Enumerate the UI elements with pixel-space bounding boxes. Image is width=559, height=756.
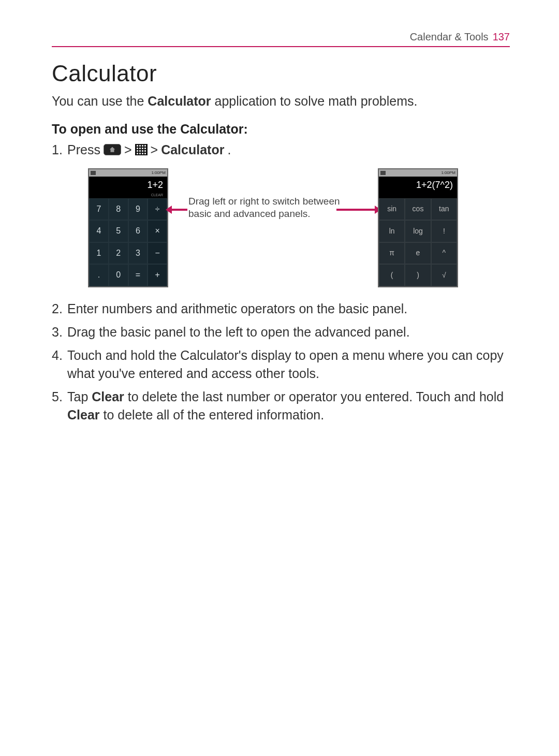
arrow-right-icon (336, 209, 376, 211)
figure: 1:00PM 1+2 CLEAR 7 8 9 ÷ 4 5 6 × (88, 168, 510, 288)
key-e: e (405, 242, 431, 265)
s5p2: to delete the last number or operator yo… (124, 389, 504, 404)
advanced-keypad: sin cos tan ln log ! π e ^ ( ) √ (379, 198, 457, 286)
key-8: 8 (109, 198, 128, 221)
key-4: 4 (89, 220, 109, 242)
calc-display: 1+2(7^2) (379, 177, 457, 198)
key-log: log (405, 220, 431, 242)
key-pi: π (379, 242, 405, 265)
apps-key-icon (135, 144, 148, 155)
key-2: 2 (109, 242, 128, 265)
status-bar: 1:00PM (379, 169, 457, 177)
arrow-left-icon (171, 209, 187, 211)
calc-display-value: 1+2 (147, 180, 163, 190)
key-sqrt: √ (431, 264, 457, 286)
key-7: 7 (89, 198, 109, 221)
key-dot: . (89, 264, 109, 286)
step1-calc: Calculator (161, 141, 224, 159)
key-eq: = (128, 264, 148, 286)
key-6: 6 (128, 220, 148, 242)
key-sin: sin (379, 198, 405, 221)
key-cos: cos (405, 198, 431, 221)
key-0: 0 (109, 264, 128, 286)
step-4: Touch and hold the Calculator's display … (52, 346, 510, 383)
key-ln: ln (379, 220, 405, 242)
key-sub: − (148, 242, 167, 265)
section-name: Calendar & Tools (410, 31, 489, 43)
status-time: 1:00PM (441, 170, 455, 176)
calc-display: 1+2 CLEAR (89, 177, 167, 198)
intro-text: You can use the Calculator application t… (52, 93, 510, 110)
s5b1: Clear (92, 389, 124, 404)
step1-press: Press (67, 141, 100, 159)
advanced-calculator-screenshot: 1:00PM 1+2(7^2) sin cos tan ln log ! π e (378, 168, 458, 287)
key-pow: ^ (431, 242, 457, 265)
intro-bold: Calculator (148, 94, 211, 108)
annotation-text: Drag left or right to switch between bas… (188, 195, 359, 220)
step-1: Press > > Calculator. 1:00PM (52, 141, 510, 288)
key-mul: × (148, 220, 167, 242)
step-5: Tap Clear to delete the last number or o… (52, 388, 510, 424)
basic-keypad: 7 8 9 ÷ 4 5 6 × 1 2 3 − . 0 = (89, 198, 167, 286)
intro-prefix: You can use the (52, 94, 148, 108)
status-bar: 1:00PM (89, 169, 167, 177)
s5b2: Clear (67, 408, 100, 422)
gt2: > (151, 141, 158, 159)
basic-calculator-screenshot: 1:00PM 1+2 CLEAR 7 8 9 ÷ 4 5 6 × (88, 168, 168, 287)
key-rparen: ) (405, 264, 431, 286)
key-3: 3 (128, 242, 148, 265)
key-1: 1 (89, 242, 109, 265)
key-fact: ! (431, 220, 457, 242)
intro-suffix: application to solve math problems. (211, 94, 418, 108)
clear-label: CLEAR (89, 193, 163, 198)
gt1: > (124, 141, 132, 159)
home-key-icon (104, 144, 121, 155)
key-9: 9 (128, 198, 148, 221)
s5p3: to delete all of the entered information… (100, 408, 325, 422)
page-header: Calendar & Tools 137 (52, 31, 510, 47)
key-lparen: ( (379, 264, 405, 286)
calc-display-value: 1+2(7^2) (416, 180, 453, 190)
key-div: ÷ (148, 198, 167, 221)
step1-dot: . (227, 141, 231, 159)
subheading: To open and use the Calculator: (52, 122, 510, 137)
s5p1: Tap (67, 389, 92, 404)
key-tan: tan (431, 198, 457, 221)
key-5: 5 (109, 220, 128, 242)
status-time: 1:00PM (151, 170, 166, 176)
step-2: Enter numbers and arithmetic operators o… (52, 300, 510, 318)
key-add: + (148, 264, 167, 286)
step-3: Drag the basic panel to the left to open… (52, 323, 510, 341)
page-number: 137 (493, 31, 510, 43)
page-title: Calculator (52, 61, 510, 86)
